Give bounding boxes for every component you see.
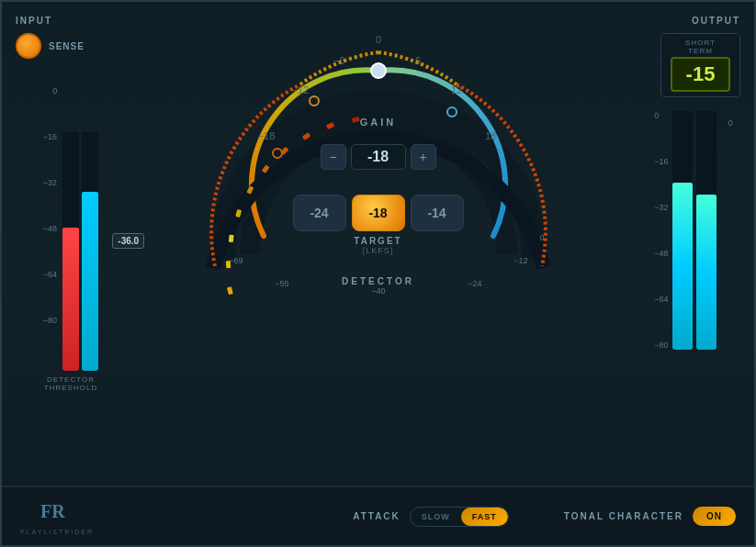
detector-threshold-label: DETECTORTHRESHOLD xyxy=(44,375,97,392)
short-term-title: SHORT TERM xyxy=(671,39,730,55)
logo-icon: FR xyxy=(39,497,75,527)
svg-rect-25 xyxy=(225,261,231,268)
svg-text:−18: −18 xyxy=(257,130,275,141)
gain-value[interactable]: -18 xyxy=(351,144,406,170)
gain-minus-button[interactable]: − xyxy=(321,144,346,170)
short-term-display: SHORT TERM -15 xyxy=(660,33,740,97)
center-panel: LONG TERM SHORT TERM xyxy=(130,11,626,476)
svg-text:6: 6 xyxy=(414,55,420,66)
target-btn-18[interactable]: -18 xyxy=(352,195,405,231)
target-section: -24 -18 -14 TARGET (LKFS) xyxy=(293,195,464,255)
sense-row: SENSE xyxy=(16,33,85,59)
target-label: TARGET xyxy=(293,236,464,246)
svg-text:−40: −40 xyxy=(371,286,385,296)
tonal-label: TONAL CHARACTER xyxy=(564,511,683,521)
right-meter-scale: 0 −16 −32 −48 −64 −80 xyxy=(654,111,668,350)
right-zero-marker: 0 xyxy=(728,118,733,128)
right-meter-area: 0 −16 −32 −48 −64 −80 0 xyxy=(654,111,716,350)
attack-label: ATTACK xyxy=(353,511,401,521)
scale-48: −48 xyxy=(43,224,57,233)
attack-fast-option[interactable]: FAST xyxy=(461,508,508,526)
right-meter-fill-1 xyxy=(672,183,693,350)
logo-text: PLAYLISTRIDER xyxy=(20,529,94,535)
left-meter-scale: 0 −16 −32 −48 −64 −80 xyxy=(43,86,57,325)
svg-text:0: 0 xyxy=(539,233,544,242)
meter-bar-1 xyxy=(62,132,79,371)
svg-text:18: 18 xyxy=(484,130,495,141)
scale-0: 0 xyxy=(43,86,57,95)
scale-80: −80 xyxy=(43,316,57,325)
svg-point-0 xyxy=(371,63,386,78)
right-meter-bar-2 xyxy=(696,111,717,350)
top-section: INPUT SENSE 0 −16 −32 −48 −64 −80 xyxy=(2,2,754,486)
sense-label: SENSE xyxy=(49,41,85,51)
gain-dial-container: LONG TERM SHORT TERM xyxy=(195,2,562,296)
target-buttons: -24 -18 -14 xyxy=(293,195,464,231)
svg-rect-24 xyxy=(226,286,232,295)
scale-64: −64 xyxy=(43,270,57,279)
left-meter-bars xyxy=(62,123,98,371)
svg-text:FR: FR xyxy=(40,501,65,521)
meter-fill-cyan xyxy=(82,192,98,371)
tonal-section: TONAL CHARACTER ON xyxy=(564,507,736,526)
svg-text:−12: −12 xyxy=(291,84,309,95)
svg-text:0: 0 xyxy=(375,34,380,45)
right-meter-fill-2 xyxy=(696,195,717,350)
scale-16: −16 xyxy=(43,132,57,141)
svg-text:−55: −55 xyxy=(275,279,288,288)
right-meter-bar-1 xyxy=(672,111,693,350)
attack-section: ATTACK SLOW FAST xyxy=(353,507,509,527)
attack-slow-option[interactable]: SLOW xyxy=(411,508,461,526)
target-btn-14[interactable]: -14 xyxy=(411,195,464,231)
tonal-on-button[interactable]: ON xyxy=(693,507,736,526)
svg-text:−24: −24 xyxy=(468,279,481,288)
svg-text:−12: −12 xyxy=(513,256,527,265)
attack-toggle[interactable]: SLOW FAST xyxy=(410,507,509,527)
svg-text:−69: −69 xyxy=(229,256,243,265)
detector-label: DETECTOR xyxy=(342,276,414,286)
input-label: INPUT xyxy=(16,16,52,26)
main-container: INPUT SENSE 0 −16 −32 −48 −64 −80 xyxy=(0,0,756,547)
gain-label: GAIN xyxy=(360,117,397,128)
right-panel: OUTPUT SHORT TERM -15 0 −16 −32 −48 −64 … xyxy=(626,11,745,476)
meter-fill-red xyxy=(62,228,79,371)
gain-controls: − -18 + xyxy=(321,144,436,170)
output-label: OUTPUT xyxy=(692,16,740,26)
gain-plus-button[interactable]: + xyxy=(411,144,436,170)
sense-knob[interactable] xyxy=(16,33,41,59)
svg-rect-26 xyxy=(228,235,233,242)
target-sublabel: (LKFS) xyxy=(293,246,464,255)
left-meter-area: 0 −16 −32 −48 −64 −80 -36.0 xyxy=(43,77,98,371)
short-term-value: -15 xyxy=(671,57,730,92)
target-btn-24[interactable]: -24 xyxy=(293,195,346,231)
bottom-bar: FR PLAYLISTRIDER ATTACK SLOW FAST TONAL … xyxy=(2,486,754,545)
scale-32: −32 xyxy=(43,178,57,187)
left-panel: INPUT SENSE 0 −16 −32 −48 −64 −80 xyxy=(11,11,130,476)
logo-area: FR PLAYLISTRIDER xyxy=(20,497,94,535)
meter-bar-2 xyxy=(82,132,98,371)
